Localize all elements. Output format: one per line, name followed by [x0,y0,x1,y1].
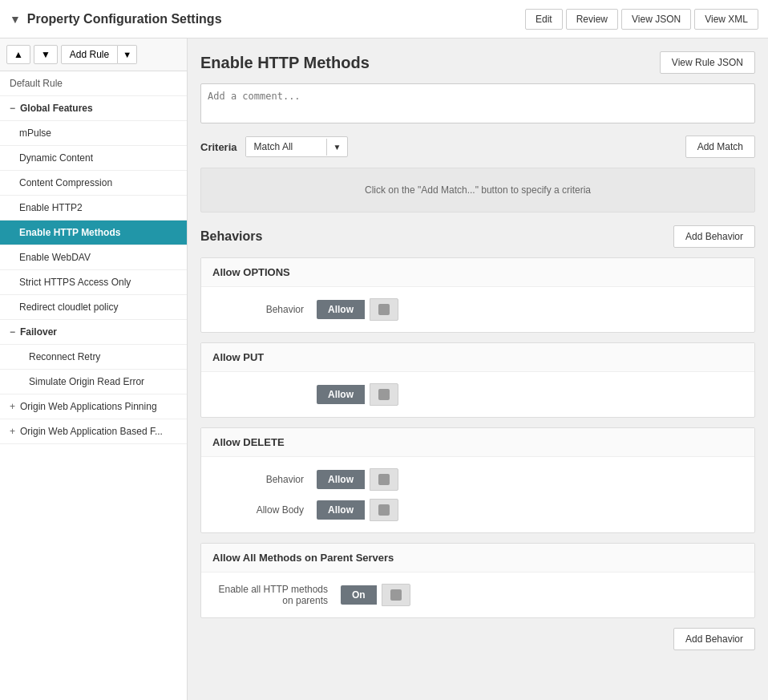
layout: ▲ ▼ Add Rule ▼ Default Rule − Global Fea… [0,38,768,700]
sidebar-item-reconnect-retry[interactable]: Reconnect Retry [0,345,187,370]
criteria-select-wrapper: Match All ▼ [245,136,349,157]
allow-put-slider[interactable] [370,383,398,406]
allow-delete-slider-inner [378,474,390,485]
allow-delete-behavior-field: Behavior Allow [212,468,743,491]
failover-toggle: − [10,326,15,338]
sidebar-item-origin-based[interactable]: + Origin Web Application Based F... [0,419,187,444]
page-title: Property Configuration Settings [27,12,222,26]
view-xml-button[interactable]: View XML [694,9,758,30]
allow-all-methods-label: Enable all HTTP methods on parents [212,584,341,606]
edit-button[interactable]: Edit [525,9,563,30]
allow-all-methods-toggle-group: On [341,584,410,606]
bottom-add-behavior-section: Add Behavior [200,628,755,650]
allow-options-allow-button[interactable]: Allow [317,300,365,319]
global-features-toggle: − [10,103,15,114]
sidebar-item-enable-http-methods[interactable]: Enable HTTP Methods [0,221,187,245]
allow-all-methods-slider[interactable] [382,584,410,606]
global-features-header[interactable]: − Global Features [0,96,187,121]
allow-delete-body: Behavior Allow Allow Body Allow [201,457,754,532]
allow-options-toggle-group: Allow [317,298,398,321]
allow-delete-body-field: Allow Body Allow [212,499,743,521]
main-content: Enable HTTP Methods View Rule JSON Crite… [188,38,768,700]
failover-header[interactable]: − Failover [0,320,187,345]
allow-all-methods-card: Allow All Methods on Parent Servers Enab… [200,543,755,618]
global-features-label: Global Features [20,103,93,114]
sidebar-item-redirect-cloudlet[interactable]: Redirect cloudlet policy [0,295,187,320]
failover-label: Failover [20,326,57,338]
add-match-button[interactable]: Add Match [685,136,755,158]
allow-delete-slider[interactable] [370,468,398,491]
sidebar-item-origin-pinning[interactable]: + Origin Web Applications Pinning [0,395,187,419]
sidebar-item-simulate-origin[interactable]: Simulate Origin Read Error [0,370,187,395]
allow-put-card: Allow PUT Allow [200,342,755,418]
allow-delete-card: Allow DELETE Behavior Allow Allow Body A… [200,427,755,533]
allow-delete-body-slider-inner [378,504,390,516]
criteria-label: Criteria [200,141,237,153]
criteria-caret-icon[interactable]: ▼ [326,139,348,156]
origin-pinning-label: Origin Web Applications Pinning [20,401,157,412]
allow-delete-title: Allow DELETE [201,428,754,457]
criteria-empty-message: Click on the "Add Match..." button to sp… [200,168,755,212]
add-behavior-top-button[interactable]: Add Behavior [673,225,755,248]
criteria-select[interactable]: Match All [246,137,326,156]
sidebar-toolbar: ▲ ▼ Add Rule ▼ [0,38,187,71]
sidebar: ▲ ▼ Add Rule ▼ Default Rule − Global Fea… [0,38,188,700]
default-rule-label: Default Rule [0,71,187,96]
review-button[interactable]: Review [566,9,618,30]
allow-delete-body-label: Allow Body [212,504,317,516]
plus-icon-pinning: + [10,401,15,412]
allow-options-card: Allow OPTIONS Behavior Allow [200,257,755,333]
top-header: ▼ Property Configuration Settings Edit R… [0,0,768,38]
allow-all-methods-title: Allow All Methods on Parent Servers [201,544,754,573]
allow-options-behavior-label: Behavior [212,304,317,315]
collapse-icon[interactable]: ▼ [10,13,21,26]
sidebar-item-dynamic-content[interactable]: Dynamic Content [0,146,187,171]
allow-put-slider-inner [378,389,390,400]
behaviors-title: Behaviors [200,229,262,244]
comment-textarea[interactable] [200,83,755,123]
view-rule-json-button[interactable]: View Rule JSON [660,51,755,74]
plus-icon-based: + [10,426,15,437]
allow-delete-allow-button[interactable]: Allow [317,470,365,489]
add-rule-group: Add Rule ▼ [61,45,137,64]
allow-delete-behavior-label: Behavior [212,474,317,485]
sidebar-item-strict-https[interactable]: Strict HTTPS Access Only [0,270,187,295]
allow-options-slider[interactable] [370,298,398,321]
add-behavior-bottom-button[interactable]: Add Behavior [673,628,755,650]
add-rule-caret-button[interactable]: ▼ [118,45,137,64]
allow-options-behavior-field: Behavior Allow [212,298,743,321]
sidebar-item-enable-webdav[interactable]: Enable WebDAV [0,245,187,270]
allow-put-body: Allow [201,372,754,417]
header-actions: Edit Review View JSON View XML [525,9,758,30]
allow-all-methods-slider-inner [390,589,402,601]
allow-all-methods-field: Enable all HTTP methods on parents On [212,584,743,606]
allow-delete-body-toggle-group: Allow [317,499,398,521]
criteria-row: Criteria Match All ▼ Add Match [200,136,755,158]
header-left: ▼ Property Configuration Settings [10,12,222,26]
allow-put-toggle-group: Allow [317,383,398,406]
sidebar-item-enable-http2[interactable]: Enable HTTP2 [0,196,187,221]
allow-options-title: Allow OPTIONS [201,258,754,287]
allow-options-slider-inner [378,304,390,315]
sidebar-item-mpulse[interactable]: mPulse [0,121,187,146]
content-header: Enable HTTP Methods View Rule JSON [200,51,755,74]
down-button[interactable]: ▼ [34,45,58,64]
up-button[interactable]: ▲ [6,45,30,64]
allow-delete-body-slider[interactable] [370,499,398,521]
allow-put-title: Allow PUT [201,343,754,372]
sidebar-item-content-compression[interactable]: Content Compression [0,171,187,196]
view-json-button[interactable]: View JSON [621,9,691,30]
add-rule-button[interactable]: Add Rule [61,45,118,64]
allow-all-methods-body: Enable all HTTP methods on parents On [201,573,754,617]
origin-based-label: Origin Web Application Based F... [20,426,163,437]
behaviors-header: Behaviors Add Behavior [200,225,755,248]
allow-options-body: Behavior Allow [201,287,754,332]
allow-delete-toggle-group: Allow [317,468,398,491]
allow-delete-body-allow-button[interactable]: Allow [317,500,365,520]
allow-put-field: Allow [212,383,743,406]
allow-put-button[interactable]: Allow [317,385,365,404]
content-title: Enable HTTP Methods [200,54,370,72]
allow-all-methods-on-button[interactable]: On [341,585,377,605]
